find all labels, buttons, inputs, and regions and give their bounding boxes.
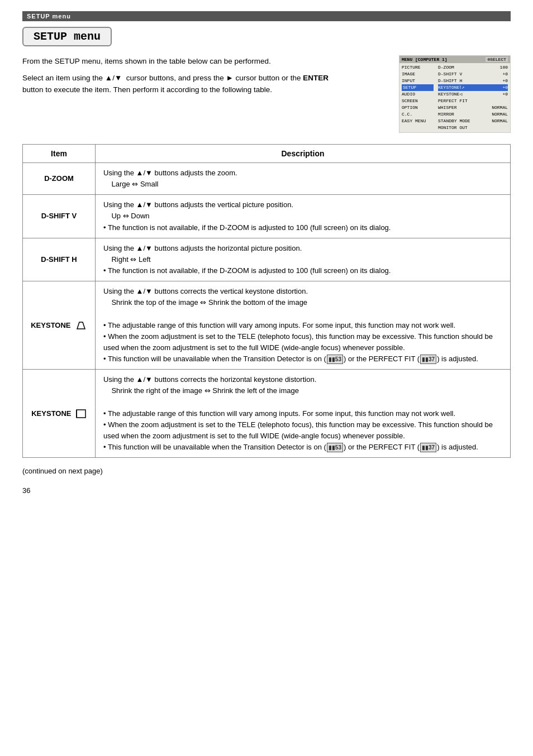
desc-keystone-h: Using the ▲/▼ buttons corrects the horiz… [96,370,511,458]
ref-box-53b: ▮▮53 [327,443,343,453]
menu-left-item-picture: PICTURE [402,64,434,71]
menu-right-monitorout: MONITOR OUT [438,125,508,131]
intro-text: From the SETUP menu, items shown in the … [22,55,335,96]
menu-left-item-setup: SETUP [402,84,434,91]
desc-dshiftv: Using the ▲/▼ buttons adjusts the vertic… [96,195,511,238]
menu-right-mirror: MIRRORNORMAL [438,111,508,118]
main-table: Item Description D-ZOOM Using the ▲/▼ bu… [22,144,511,458]
intro-paragraph1: From the SETUP menu, items shown in the … [22,55,335,68]
menu-right-keystone-v: KEYSTONE⌇↗+0 [438,84,508,91]
menu-body: PICTURE IMAGE INPUT SETUP AUDIO SCREEN O… [399,63,510,132]
svg-rect-1 [77,410,85,418]
menu-title: MENU [COMPUTER 1] [402,57,448,62]
table-row: D-SHIFT V Using the ▲/▼ buttons adjusts … [23,195,511,238]
ref-box-53a: ▮▮53 [327,355,343,365]
desc-dzoom: Using the ▲/▼ buttons adjusts the zoom. … [96,163,511,195]
desc-keystone-v: Using the ▲/▼ buttons corrects the verti… [96,281,511,370]
menu-title-row: MENU [COMPUTER 1] ⊕SELECT [399,56,510,63]
table-row: KEYSTONE Using the ▲/▼ buttons corrects … [23,281,511,370]
menu-left-item-image: IMAGE [402,71,434,78]
table-row: D-SHIFT H Using the ▲/▼ buttons adjusts … [23,238,511,281]
ref-box-37a: ▮▮37 [420,355,436,365]
menu-right-keystone-h: KEYSTONE◁+0 [438,91,508,98]
menu-left-item-screen: SCREEN [402,98,434,104]
item-keystone-h: KEYSTONE [23,370,96,458]
item-dzoom: D-ZOOM [23,163,96,195]
top-header-bar: SETUP menu [22,11,511,21]
keystone-h-icon [75,409,87,419]
table-row: D-ZOOM Using the ▲/▼ buttons adjusts the… [23,163,511,195]
menu-left-item-easymenu: EASY MENU [402,118,434,125]
keystone-v-icon [75,321,87,330]
desc-dshifth: Using the ▲/▼ buttons adjusts the horizo… [96,238,511,281]
intro-paragraph2: Select an item using the ▲/▼ cursor butt… [22,72,335,96]
menu-select-label: ⊕SELECT [486,57,508,62]
menu-right-perfectfit: PERFECT FIT [438,98,508,104]
menu-right-dzoom: D-ZOOM100 [438,64,508,71]
menu-left-column: PICTURE IMAGE INPUT SETUP AUDIO SCREEN O… [399,64,436,131]
menu-right-dshifth: D-SHIFT H+0 [438,78,508,84]
continued-text: (continued on next page) [22,467,511,475]
intro-p2-bold: ENTER [303,74,329,82]
intro-p2-part2: button to execute the item. Then perform… [22,85,272,94]
section-title: SETUP menu [22,27,112,46]
menu-right-column: D-ZOOM100 D-SHIFT V+0 D-SHIFT H+0 KEYSTO… [436,64,510,131]
table-row: KEYSTONE Using the ▲/▼ buttons corrects … [23,370,511,458]
menu-right-whisper: WHISPERNORMAL [438,104,508,111]
item-keystone-v: KEYSTONE [23,281,96,370]
item-dshifth: D-SHIFT H [23,238,96,281]
menu-left-item-cc: C.C. [402,111,434,118]
page-number: 36 [22,486,511,495]
col-header-item: Item [23,145,96,163]
item-dshiftv: D-SHIFT V [23,195,96,238]
svg-marker-0 [77,322,85,329]
menu-left-item-audio: AUDIO [402,91,434,98]
ref-box-37b: ▮▮37 [420,443,436,453]
intro-p2-part1: Select an item using the ▲/▼ cursor butt… [22,74,303,82]
menu-screenshot: MENU [COMPUTER 1] ⊕SELECT PICTURE IMAGE … [399,55,511,133]
menu-right-dshiftv: D-SHIFT V+0 [438,71,508,78]
menu-right-standby: STANDBY MODENORMAL [438,118,508,125]
intro-area: From the SETUP menu, items shown in the … [22,55,511,133]
col-header-description: Description [96,145,511,163]
menu-left-item-input: INPUT [402,78,434,84]
menu-left-item-option: OPTION [402,104,434,111]
